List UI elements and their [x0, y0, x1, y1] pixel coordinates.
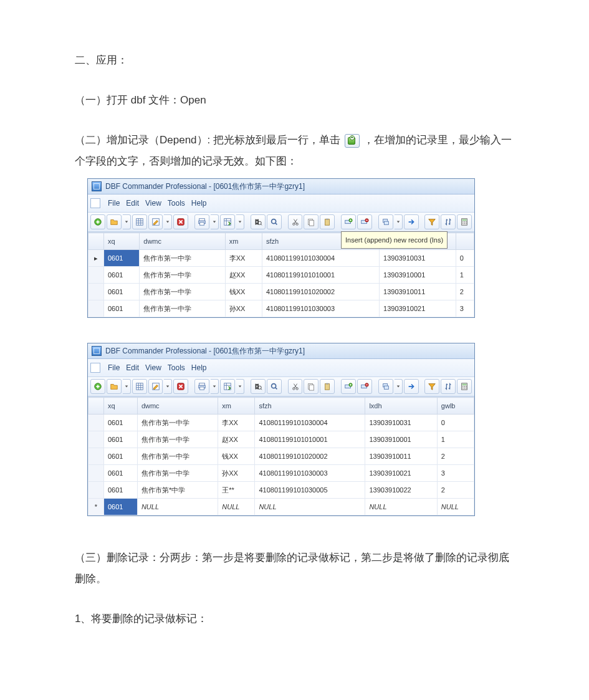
print-icon[interactable] [194, 214, 209, 229]
cell[interactable]: 焦作市第*中学 [137, 482, 218, 499]
cell[interactable]: NULL [255, 499, 365, 515]
print-icon[interactable] [194, 379, 209, 394]
sort-icon[interactable] [441, 379, 456, 394]
duplicate-icon[interactable] [378, 214, 393, 229]
export-icon[interactable] [220, 379, 235, 394]
cell[interactable]: 13903910021 [380, 300, 456, 317]
column-header[interactable] [456, 233, 474, 250]
cut-icon[interactable] [288, 214, 303, 229]
cell[interactable]: 410801199101010001 [255, 431, 365, 448]
table-row[interactable]: 0601焦作市第一中学赵XX41080119910101000113903910… [89, 431, 474, 448]
delete-record-icon[interactable] [357, 214, 372, 229]
column-header[interactable]: xm [218, 398, 255, 415]
open-icon-dropdown[interactable] [123, 379, 131, 394]
menu-file[interactable]: File [108, 196, 120, 211]
find-icon[interactable] [251, 214, 266, 229]
cell[interactable]: 410801199101010001 [262, 267, 379, 284]
menu-help[interactable]: Help [191, 360, 207, 375]
cell[interactable]: 0 [456, 250, 474, 267]
table-row[interactable]: 0601焦作市第一中学钱XX41080119910102000213903910… [89, 448, 474, 465]
cell[interactable]: 焦作市第一中学 [140, 300, 226, 317]
menu-tools[interactable]: Tools [168, 196, 185, 211]
cell[interactable]: 3 [456, 300, 474, 317]
table-row[interactable]: 0601焦作市第一中学钱XX41080119910102000213903910… [89, 284, 474, 300]
table-row[interactable]: 0601焦作市第一中学李XX41080119910103000413903910… [89, 250, 474, 267]
column-header[interactable]: gwlb [437, 398, 474, 415]
cell[interactable]: 1 [437, 431, 474, 448]
paste-icon[interactable] [320, 214, 335, 229]
cell[interactable]: 李XX [225, 250, 262, 267]
table-icon[interactable] [132, 214, 147, 229]
cell[interactable]: 2 [456, 284, 474, 300]
cell[interactable]: NULL [218, 499, 255, 515]
cell[interactable]: 赵XX [218, 431, 255, 448]
mdi-system-icon[interactable] [90, 363, 100, 373]
cell[interactable]: 410801199101030004 [255, 415, 365, 431]
cell[interactable]: 0601 [104, 415, 138, 431]
cell[interactable]: 焦作市第一中学 [140, 267, 226, 284]
cell[interactable]: 钱XX [225, 284, 262, 300]
delete-record-icon[interactable] [357, 379, 372, 394]
export-icon-dropdown[interactable] [236, 214, 244, 229]
edit-icon-dropdown[interactable] [164, 214, 172, 229]
table-row[interactable]: 0601焦作市第*中学王**41080119910103000513903910… [89, 482, 474, 499]
insert-record-icon[interactable] [341, 214, 356, 229]
zoom-icon[interactable] [267, 214, 282, 229]
print-icon-dropdown[interactable] [211, 379, 219, 394]
duplicate-icon-dropdown[interactable] [395, 379, 403, 394]
export-icon[interactable] [220, 214, 235, 229]
paste-icon[interactable] [320, 379, 335, 394]
cell[interactable]: 13903910011 [380, 284, 456, 300]
cell[interactable]: 410801199101020002 [262, 284, 379, 300]
duplicate-icon[interactable] [378, 379, 393, 394]
open-icon-dropdown[interactable] [123, 214, 131, 229]
data-grid-2[interactable]: xqdwmcxmsfzhlxdhgwlb0601焦作市第一中学李XX410801… [88, 396, 474, 515]
copy-icon[interactable] [304, 214, 318, 229]
export-icon-dropdown[interactable] [236, 379, 244, 394]
goto-icon[interactable] [404, 214, 419, 229]
column-header[interactable]: lxdh [365, 398, 437, 415]
column-header[interactable]: xq [104, 398, 138, 415]
duplicate-icon-dropdown[interactable] [395, 214, 403, 229]
zoom-icon[interactable] [267, 379, 282, 394]
cell[interactable]: 13903910011 [365, 448, 437, 465]
cell[interactable]: 410801199101030004 [262, 250, 379, 267]
menu-edit[interactable]: Edit [126, 360, 139, 375]
menu-view[interactable]: View [145, 196, 161, 211]
new-icon[interactable] [90, 214, 105, 229]
new-icon[interactable] [90, 379, 105, 394]
cell[interactable]: 410801199101030003 [262, 300, 379, 317]
cell[interactable]: 钱XX [218, 448, 255, 465]
calc-icon[interactable] [457, 379, 472, 394]
cell[interactable]: 0 [437, 415, 474, 431]
table-row[interactable]: 0601焦作市第一中学李XX41080119910103000413903910… [89, 415, 474, 431]
copy-icon[interactable] [304, 379, 318, 394]
calc-icon[interactable] [457, 214, 472, 229]
titlebar[interactable]: DBF Commander Professional - [0601焦作市第一中… [88, 343, 474, 359]
delete-icon[interactable] [173, 214, 188, 229]
cell[interactable]: 2 [437, 448, 474, 465]
sort-icon[interactable] [441, 214, 456, 229]
cell[interactable]: 410801199101030005 [255, 482, 365, 499]
cell[interactable]: 0601 [104, 284, 140, 300]
cell[interactable]: 焦作市第一中学 [137, 448, 218, 465]
menu-file[interactable]: File [108, 360, 120, 375]
cell[interactable]: 13903910001 [365, 431, 437, 448]
cell[interactable]: 0601 [104, 431, 138, 448]
goto-icon[interactable] [404, 379, 419, 394]
table-icon[interactable] [132, 379, 147, 394]
column-header[interactable]: xq [104, 233, 140, 250]
column-header[interactable]: dwmc [137, 398, 218, 415]
table-row[interactable]: 0601焦作市第一中学孙XX41080119910103000313903910… [89, 465, 474, 482]
titlebar[interactable]: DBF Commander Professional - [0601焦作市第一中… [88, 179, 474, 194]
cell[interactable]: 0601 [104, 267, 140, 284]
menu-help[interactable]: Help [191, 196, 207, 211]
table-row[interactable]: 0601焦作市第一中学孙XX41080119910103000313903910… [89, 300, 474, 317]
cell[interactable]: 焦作市第一中学 [137, 431, 218, 448]
cell[interactable]: 3 [437, 465, 474, 482]
mdi-system-icon[interactable] [90, 198, 100, 208]
cell[interactable]: 2 [437, 482, 474, 499]
cell[interactable]: 0601 [104, 499, 138, 515]
filter-icon[interactable] [424, 379, 439, 394]
cell[interactable]: NULL [437, 499, 474, 515]
